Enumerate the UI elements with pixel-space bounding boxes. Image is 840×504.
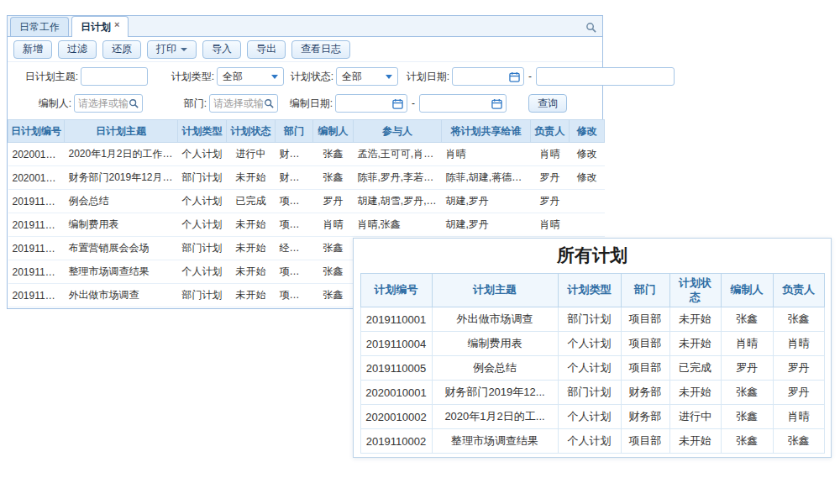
table-cell: 个人计划 xyxy=(178,213,227,237)
table-cell: 罗丹 xyxy=(773,381,824,405)
column-header: 负责人 xyxy=(531,120,570,143)
table-cell: 未开始 xyxy=(669,381,721,405)
table-cell[interactable]: 2019110005 xyxy=(8,190,65,213)
table-row[interactable]: 2019110005例会总结个人计划项目部已完成罗丹罗丹 xyxy=(360,356,824,381)
filter-label-subject: 日计划主题: xyxy=(19,70,78,84)
table-cell[interactable]: 2020010001 xyxy=(8,166,65,190)
table-cell: 2020010001 xyxy=(360,381,432,405)
table-cell: 财务部 xyxy=(276,166,313,190)
table-row[interactable]: 2020010001财务部门2019年12...部门计划财务部未开始张鑫罗丹 xyxy=(360,381,824,405)
chevron-down-icon xyxy=(181,48,187,51)
table-cell[interactable]: 罗丹 xyxy=(531,166,570,190)
table-cell: 2020010002 xyxy=(360,405,432,429)
calendar-icon[interactable] xyxy=(392,98,403,109)
plan-status-select[interactable]: 全部 xyxy=(336,67,398,86)
filter-label-type: 计划类型: xyxy=(168,70,214,84)
filter-area: 日计划主题: 计划类型: 全部 计划状态: 全部 计划日期: xyxy=(8,62,602,119)
table-cell: 个人计划 xyxy=(178,190,227,213)
plan-date-start-field[interactable] xyxy=(452,67,524,86)
compiler-search-field[interactable] xyxy=(74,94,143,113)
close-icon[interactable]: × xyxy=(114,20,119,29)
table-cell[interactable]: 财务部门2019年12月的... xyxy=(65,166,178,190)
search-icon[interactable] xyxy=(584,20,597,34)
plan-date-end-field[interactable] xyxy=(536,67,675,86)
all-plans-title: 所有计划 xyxy=(354,244,831,267)
table-cell[interactable]: 例会总结 xyxy=(65,190,178,213)
table-cell[interactable]: 2020年1月2日的工作日... xyxy=(65,143,178,166)
column-header: 计划状态 xyxy=(669,274,721,307)
toolbar-button[interactable]: 导出 xyxy=(247,40,286,59)
toolbar-button[interactable]: 导入 xyxy=(202,40,241,59)
department-input[interactable] xyxy=(213,96,264,111)
tab-item[interactable]: 日常工作 xyxy=(10,17,69,36)
calendar-icon[interactable] xyxy=(491,98,502,109)
table-row[interactable]: 2019110001外出做市场调查部门计划项目部未开始张鑫张鑫 xyxy=(360,307,824,332)
table-cell: 未开始 xyxy=(227,213,276,237)
table-row[interactable]: 20200100022020年1月2日的工...个人计划财务部进行中张鑫肖晴 xyxy=(360,405,824,429)
toolbar-button[interactable]: 打印 xyxy=(147,40,197,59)
compile-date-start-input[interactable] xyxy=(339,96,392,111)
plan-date-start-input[interactable] xyxy=(456,69,509,84)
table-cell: 2019110004 xyxy=(360,332,432,356)
table-row[interactable]: 2020010001财务部门2019年12月的...部门计划未开始财务部张鑫陈菲… xyxy=(8,166,605,190)
compiler-input[interactable] xyxy=(78,96,129,111)
table-row[interactable]: 2019110005例会总结个人计划已完成项目部罗丹胡建,胡雪,罗丹,任晓...… xyxy=(8,190,605,213)
toolbar-button[interactable]: 新增 xyxy=(13,40,52,59)
table-cell[interactable]: 修改 xyxy=(570,166,605,190)
table-row[interactable]: 2019110004编制费用表个人计划项目部未开始肖晴肖晴 xyxy=(360,332,824,356)
table-cell[interactable]: 2019110002 xyxy=(8,260,65,284)
table-row[interactable]: 20200100022020年1月2日的工作日...个人计划进行中财务部张鑫孟浩… xyxy=(8,143,605,166)
table-cell[interactable]: 2019110001 xyxy=(8,284,65,307)
tab-item[interactable]: 日计划× xyxy=(71,16,129,37)
toolbar-button[interactable]: 过滤 xyxy=(58,40,97,59)
table-cell[interactable]: 2020010002 xyxy=(8,143,65,166)
table-cell[interactable]: 外出做市场调查 xyxy=(65,284,178,307)
column-header: 计划状态 xyxy=(227,120,276,143)
filter-label-department: 部门: xyxy=(173,97,207,111)
table-header-row: 计划编号计划主题计划类型部门计划状态编制人负责人 xyxy=(360,274,824,307)
table-cell: 未开始 xyxy=(669,332,721,356)
table-cell: 财务部 xyxy=(276,143,313,166)
table-cell[interactable]: 修改 xyxy=(570,143,605,166)
table-cell: 胡建,罗丹 xyxy=(442,213,531,237)
table-cell: 张鑫 xyxy=(773,307,824,332)
table-cell: 肖晴,张鑫 xyxy=(354,213,442,237)
table-cell[interactable]: 2019110003 xyxy=(8,237,65,260)
toolbar-button-label: 查看日志 xyxy=(301,42,341,56)
table-cell: 胡建,胡雪,罗丹,任晓... xyxy=(354,190,442,213)
subject-input[interactable] xyxy=(81,67,148,86)
table-row[interactable]: 2019110002整理市场调查结果个人计划项目部未开始张鑫张鑫 xyxy=(360,429,824,454)
query-button[interactable]: 查询 xyxy=(528,94,567,113)
compile-date-start-field[interactable] xyxy=(335,94,407,113)
table-cell: 已完成 xyxy=(669,356,721,381)
table-cell: 肖晴 xyxy=(442,143,531,166)
table-cell[interactable]: 整理市场调查结果 xyxy=(65,260,178,284)
table-cell[interactable]: 肖晴 xyxy=(531,213,570,237)
compile-date-end-field[interactable] xyxy=(419,94,507,113)
table-cell: 例会总结 xyxy=(432,356,558,381)
toolbar-button[interactable]: 查看日志 xyxy=(291,40,350,59)
table-cell: 2019110002 xyxy=(360,429,432,454)
department-search-field[interactable] xyxy=(209,94,278,113)
date-range-separator: - xyxy=(528,71,532,82)
search-icon[interactable] xyxy=(129,98,139,108)
table-cell[interactable]: 2019110004 xyxy=(8,213,65,237)
table-cell[interactable]: 肖晴 xyxy=(531,143,570,166)
column-header: 编制人 xyxy=(313,120,354,143)
plan-type-select[interactable]: 全部 xyxy=(217,67,284,86)
table-cell: 未开始 xyxy=(227,260,276,284)
table-cell: 个人计划 xyxy=(558,356,621,381)
table-cell[interactable]: 罗丹 xyxy=(531,190,570,213)
table-cell: 部门计划 xyxy=(178,284,227,307)
table-cell[interactable]: 编制费用表 xyxy=(65,213,178,237)
table-cell[interactable]: 布置营销展会会场 xyxy=(65,237,178,260)
table-cell: 已完成 xyxy=(227,190,276,213)
search-icon[interactable] xyxy=(264,98,274,108)
table-header-row: 日计划编号日计划主题计划类型计划状态部门编制人参与人将计划共享给谁负责人修改 xyxy=(8,120,605,143)
compile-date-end-input[interactable] xyxy=(423,96,491,111)
plan-date-end-input[interactable] xyxy=(540,69,670,84)
table-row[interactable]: 2019110004编制费用表个人计划未开始项目部肖晴肖晴,张鑫胡建,罗丹肖晴 xyxy=(8,213,605,237)
toolbar-button[interactable]: 还原 xyxy=(102,40,141,59)
calendar-icon[interactable] xyxy=(509,71,520,82)
column-header: 日计划编号 xyxy=(8,120,65,143)
